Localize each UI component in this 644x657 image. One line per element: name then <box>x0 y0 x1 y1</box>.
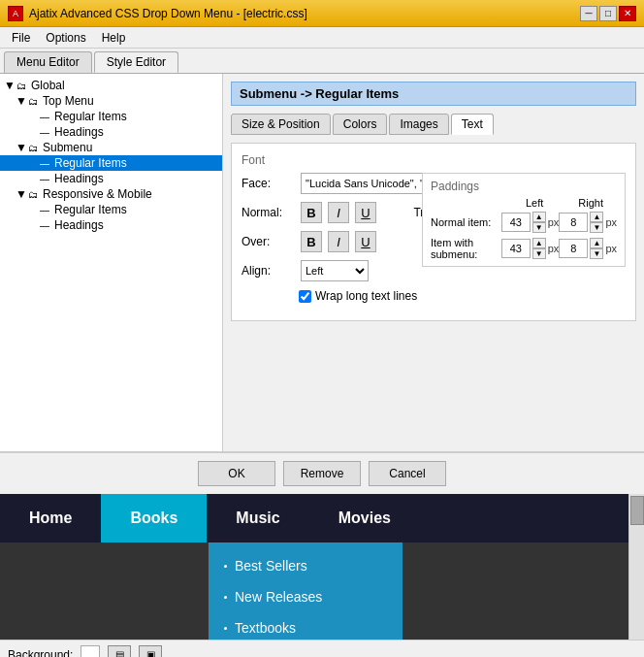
tab-menu-editor[interactable]: Menu Editor <box>4 51 92 73</box>
main-content: ▼ 🗂 Global ▼ 🗂 Top Menu — Regular Items … <box>0 74 644 452</box>
preview-movies[interactable]: Movies <box>309 494 420 542</box>
expand-icon: ▼ <box>16 141 25 154</box>
editor-panel: Submenu -> Regular Items Size & Position… <box>223 74 644 451</box>
align-label: Align: <box>242 264 295 278</box>
normal-left-up[interactable]: ▲ <box>532 212 546 222</box>
tab-colors[interactable]: Colors <box>333 114 388 135</box>
tree-leaf-icon: — <box>37 172 52 185</box>
tree-item-submenu-headings[interactable]: — Headings <box>0 171 222 186</box>
normal-underline-button[interactable]: U <box>355 202 376 223</box>
button-row: OK Remove Cancel <box>0 452 644 494</box>
sub-left-spinner: ▲ ▼ <box>532 238 546 259</box>
preview-scrollbar[interactable] <box>628 494 644 640</box>
px-label: px <box>605 216 617 228</box>
normal-right-input[interactable] <box>559 213 588 232</box>
window-title: Ajatix Advanced CSS Drop Down Menu - [el… <box>29 7 307 20</box>
sub-right-up[interactable]: ▲ <box>590 238 603 248</box>
tree-label: Submenu <box>43 141 92 154</box>
normal-right-down[interactable]: ▼ <box>590 222 603 233</box>
expand-icon: ▼ <box>16 187 25 201</box>
tree-leaf-icon: — <box>37 125 52 139</box>
paddings-header: Left Right <box>431 197 617 209</box>
tree-item-top-regular[interactable]: — Regular Items <box>0 109 222 124</box>
tree-item-top-headings[interactable]: — Headings <box>0 124 222 140</box>
font-section-label: Font <box>242 153 626 167</box>
align-select[interactable]: Left Center Right <box>301 260 369 281</box>
editor-tab-bar: Size & Position Colors Images Text <box>231 114 636 135</box>
preview-submenu: Best Sellers New Releases Textbooks <box>209 542 402 640</box>
expand-icon: ▼ <box>4 79 14 92</box>
tree-item-global[interactable]: ▼ 🗂 Global <box>0 78 222 93</box>
preview-books[interactable]: Books <box>101 494 207 542</box>
over-label: Over: <box>242 235 295 248</box>
tab-text[interactable]: Text <box>451 114 494 135</box>
expand-icon <box>27 203 37 216</box>
preview-sub-2[interactable]: Textbooks <box>209 612 402 640</box>
sub-left-down[interactable]: ▼ <box>532 248 546 259</box>
status-bar: Background: ▤ ▣ <box>0 640 644 657</box>
sub-left-up[interactable]: ▲ <box>532 238 546 248</box>
tree-item-submenu[interactable]: ▼ 🗂 Submenu <box>0 140 222 155</box>
cancel-button[interactable]: Cancel <box>369 461 446 486</box>
view-large-button[interactable]: ▣ <box>139 645 162 658</box>
tree-leaf-icon: — <box>37 156 52 170</box>
menu-file[interactable]: File <box>4 29 38 47</box>
main-tab-bar: Menu Editor Style Editor <box>0 49 644 74</box>
over-italic-button[interactable]: I <box>328 231 349 252</box>
sub-left-group: ▲ ▼ px <box>501 238 560 259</box>
over-bold-button[interactable]: B <box>301 231 322 252</box>
scroll-thumb <box>630 496 644 525</box>
expand-icon: ▼ <box>16 94 25 108</box>
sub-right-input[interactable] <box>559 239 588 258</box>
expand-icon <box>27 125 37 139</box>
normal-italic-button[interactable]: I <box>328 202 349 223</box>
tree-label: Headings <box>54 218 104 232</box>
sub-right-group: ▲ ▼ px <box>559 238 617 259</box>
expand-icon <box>27 218 37 232</box>
editor-title: Submenu -> Regular Items <box>231 82 636 106</box>
sub-right-down[interactable]: ▼ <box>590 248 603 259</box>
preview-sub-0[interactable]: Best Sellers <box>209 550 402 581</box>
paddings-section: Paddings Left Right Normal item: ▲ ▼ <box>422 173 626 267</box>
menu-help[interactable]: Help <box>94 29 134 47</box>
tree-item-responsive[interactable]: ▼ 🗂 Responsive & Mobile <box>0 186 222 202</box>
tree-label: Regular Items <box>54 156 127 170</box>
tree-node-icon: 🗂 <box>14 79 29 92</box>
wrap-checkbox[interactable] <box>299 290 311 303</box>
normal-right-up[interactable]: ▲ <box>590 212 603 222</box>
tree-label: Top Menu <box>43 94 94 108</box>
bg-color-swatch[interactable] <box>80 645 100 658</box>
over-underline-button[interactable]: U <box>355 231 376 252</box>
minimize-button[interactable]: ─ <box>580 6 597 21</box>
tree-item-submenu-regular[interactable]: — Regular Items <box>0 155 222 171</box>
restore-button[interactable]: □ <box>599 6 617 21</box>
normal-left-input[interactable] <box>501 213 531 232</box>
ok-button[interactable]: OK <box>198 461 275 486</box>
tree-item-top-menu[interactable]: ▼ 🗂 Top Menu <box>0 93 222 109</box>
sub-left-input[interactable] <box>501 239 531 258</box>
preview-home[interactable]: Home <box>0 494 101 542</box>
normal-label: Normal: <box>242 206 295 219</box>
tree-node-icon: 🗂 <box>25 141 41 154</box>
tab-size-position[interactable]: Size & Position <box>231 114 331 135</box>
preview-menubar: Home Books Music Movies <box>0 494 644 542</box>
tab-style-editor[interactable]: Style Editor <box>94 51 178 73</box>
normal-left-down[interactable]: ▼ <box>532 222 546 233</box>
app-icon: A <box>8 6 23 21</box>
preview-sub-1[interactable]: New Releases <box>209 581 402 612</box>
expand-icon <box>27 172 37 185</box>
tree-label: Responsive & Mobile <box>43 187 152 201</box>
normal-bold-button[interactable]: B <box>301 202 322 223</box>
menu-options[interactable]: Options <box>38 29 93 47</box>
submenu-item-label: Item with submenu: <box>431 237 501 260</box>
menu-bar: File Options Help <box>0 27 644 49</box>
tree-item-responsive-headings[interactable]: — Headings <box>0 217 222 233</box>
paddings-title: Paddings <box>431 180 617 193</box>
tab-images[interactable]: Images <box>389 114 448 135</box>
preview-music[interactable]: Music <box>207 494 308 542</box>
remove-button[interactable]: Remove <box>283 461 361 486</box>
close-button[interactable]: ✕ <box>619 6 636 21</box>
window-controls: ─ □ ✕ <box>580 6 636 21</box>
tree-item-responsive-regular[interactable]: — Regular Items <box>0 202 222 217</box>
view-small-button[interactable]: ▤ <box>108 645 131 658</box>
